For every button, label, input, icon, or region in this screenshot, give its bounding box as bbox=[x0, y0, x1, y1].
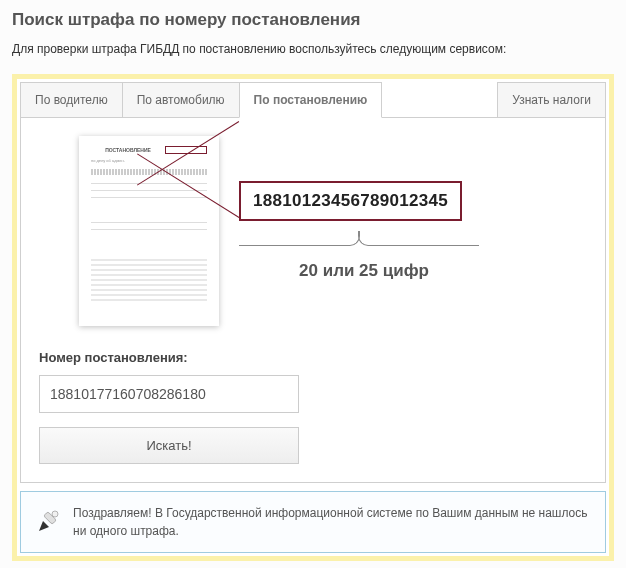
search-button[interactable]: Искать! bbox=[39, 427, 299, 464]
doc-title-text: ПОСТАНОВЛЕНИЕ bbox=[91, 147, 165, 153]
service-box: По водителю По автомобилю По постановлен… bbox=[12, 74, 614, 561]
tab-taxes[interactable]: Узнать налоги bbox=[497, 82, 606, 117]
document-preview: ПОСТАНОВЛЕНИЕ по делу об админ. bbox=[79, 136, 219, 326]
page-description: Для проверки штрафа ГИБДД по постановлен… bbox=[12, 42, 614, 56]
callout-area: 18810123456789012345 20 или 25 цифр bbox=[239, 181, 489, 281]
brace-icon bbox=[239, 231, 479, 253]
tab-panel: ПОСТАНОВЛЕНИЕ по делу об админ. bbox=[20, 118, 606, 483]
result-box: Поздравляем! В Государственной информаци… bbox=[20, 491, 606, 553]
example-number-box: 18810123456789012345 bbox=[239, 181, 462, 221]
resolution-number-input[interactable] bbox=[39, 375, 299, 413]
resolution-number-label: Номер постановления: bbox=[39, 350, 587, 365]
result-message: Поздравляем! В Государственной информаци… bbox=[73, 504, 591, 540]
tabs-row: По водителю По автомобилю По постановлен… bbox=[20, 82, 606, 118]
page-title: Поиск штрафа по номеру постановления bbox=[12, 10, 614, 30]
illustration: ПОСТАНОВЛЕНИЕ по делу об админ. bbox=[39, 136, 587, 326]
tab-vehicle[interactable]: По автомобилю bbox=[122, 82, 240, 117]
tab-resolution[interactable]: По постановлению bbox=[239, 82, 383, 118]
digits-hint: 20 или 25 цифр bbox=[239, 261, 489, 281]
svg-point-1 bbox=[52, 511, 58, 517]
tab-driver[interactable]: По водителю bbox=[20, 82, 123, 117]
pen-icon bbox=[35, 509, 61, 535]
